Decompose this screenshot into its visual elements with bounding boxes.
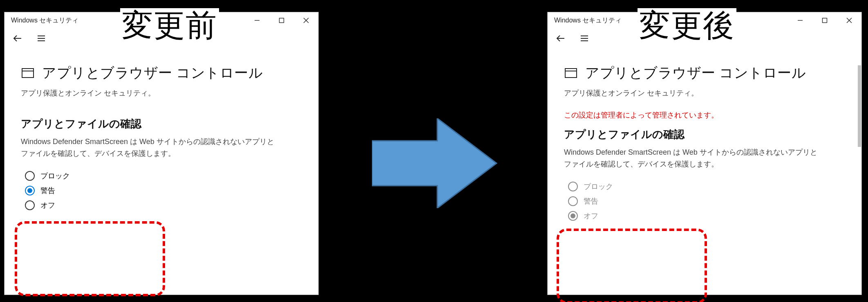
svg-marker-20	[372, 118, 497, 208]
radio-off[interactable]: オフ	[25, 200, 302, 210]
window-before: Windows セキュリティ	[4, 12, 319, 295]
radio-group: ブロック 警告 オフ	[21, 171, 302, 210]
radio-off-label: オフ	[584, 211, 598, 221]
minimize-icon	[797, 18, 803, 23]
page-title: アプリとブラウザー コントロール	[42, 64, 263, 82]
window-title: Windows セキュリティ	[11, 16, 78, 25]
window-title: Windows セキュリティ	[554, 16, 622, 25]
section-description: Windows Defender SmartScreen は Web サイトから…	[21, 136, 274, 160]
svg-rect-8	[22, 69, 34, 78]
close-icon	[303, 18, 309, 23]
radio-warn-label: 警告	[40, 186, 55, 195]
back-arrow-icon	[12, 33, 23, 44]
menu-button[interactable]	[36, 33, 47, 44]
arrow-icon	[372, 118, 499, 208]
svg-rect-18	[565, 69, 577, 78]
radio-warn[interactable]: 警告	[25, 186, 302, 195]
close-button[interactable]	[294, 12, 318, 29]
radio-off-label: オフ	[40, 200, 55, 210]
admin-managed-message: この設定は管理者によって管理されています。	[564, 110, 845, 120]
app-browser-icon	[564, 66, 578, 80]
radio-block[interactable]: ブロック	[25, 171, 302, 181]
menu-button[interactable]	[579, 33, 590, 44]
radio-group: ブロック 警告 オフ	[564, 182, 845, 221]
section-title: アプリとファイルの確認	[21, 117, 302, 131]
titlebar: Windows セキュリティ	[4, 12, 318, 29]
titlebar: Windows セキュリティ	[548, 12, 861, 29]
minimize-button[interactable]	[245, 12, 269, 29]
close-icon	[846, 18, 852, 23]
minimize-icon	[254, 18, 260, 23]
maximize-button[interactable]	[812, 12, 837, 29]
maximize-button[interactable]	[269, 12, 294, 29]
back-button[interactable]	[555, 33, 566, 44]
back-button[interactable]	[12, 33, 23, 44]
page-subtitle: アプリ保護とオンライン セキュリティ。	[564, 88, 845, 98]
radio-block-label: ブロック	[584, 182, 613, 191]
radio-block: ブロック	[568, 182, 845, 191]
maximize-icon	[822, 18, 828, 23]
radio-block-label: ブロック	[40, 171, 70, 181]
scrollbar-thumb[interactable]	[858, 65, 861, 147]
minimize-button[interactable]	[788, 12, 812, 29]
radio-warn: 警告	[568, 196, 845, 206]
maximize-icon	[279, 18, 284, 23]
section-description: Windows Defender SmartScreen は Web サイトから…	[564, 147, 817, 170]
page-title: アプリとブラウザー コントロール	[585, 64, 806, 82]
page-subtitle: アプリ保護とオンライン セキュリティ。	[21, 88, 302, 98]
radio-warn-label: 警告	[584, 196, 598, 206]
svg-rect-1	[280, 18, 284, 23]
radio-off: オフ	[568, 211, 845, 221]
svg-rect-11	[823, 18, 827, 23]
hamburger-icon	[36, 33, 46, 43]
section-title: アプリとファイルの確認	[564, 127, 845, 142]
hamburger-icon	[579, 33, 589, 43]
close-button[interactable]	[837, 12, 861, 29]
back-arrow-icon	[555, 33, 566, 44]
app-browser-icon	[21, 66, 35, 80]
window-after: Windows セキュリティ	[547, 12, 862, 295]
